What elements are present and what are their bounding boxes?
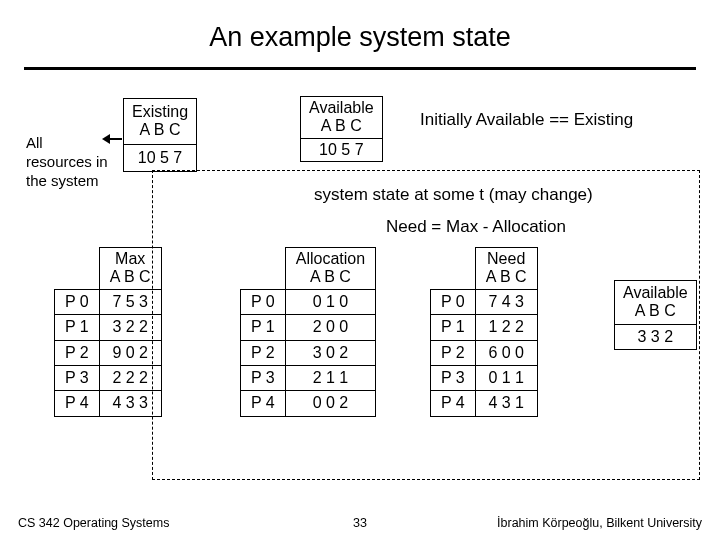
available-right-header: AvailableA B C xyxy=(615,281,697,325)
slide-title: An example system state xyxy=(0,0,720,53)
need-header: NeedA B C xyxy=(475,248,537,290)
table-row: P 32 2 2 xyxy=(55,365,162,390)
table-row: P 07 5 3 xyxy=(55,289,162,314)
available-right-value: 3 3 2 xyxy=(615,324,697,349)
available-top-value: 10 5 7 xyxy=(301,138,383,161)
table-row: P 40 0 2 xyxy=(241,391,376,416)
slide: An example system state All resources in… xyxy=(0,0,720,540)
existing-header: ExistingA B C xyxy=(124,99,197,145)
title-divider xyxy=(24,67,696,70)
note-initially: Initially Available == Existing xyxy=(420,110,633,130)
footer: CS 342 Operating Systems 33 İbrahim Körp… xyxy=(18,516,702,530)
table-row: P 07 4 3 xyxy=(431,289,538,314)
table-row: P 44 3 3 xyxy=(55,391,162,416)
max-header: MaxA B C xyxy=(99,248,161,290)
available-top-header: AvailableA B C xyxy=(301,97,383,139)
allocation-header: AllocationA B C xyxy=(285,248,375,290)
table-row: P 11 2 2 xyxy=(431,315,538,340)
existing-table: ExistingA B C 10 5 7 xyxy=(123,98,197,172)
table-row: P 30 1 1 xyxy=(431,365,538,390)
content-area: All resources in the system ExistingA B … xyxy=(16,92,704,496)
table-row: P 12 0 0 xyxy=(241,315,376,340)
allocation-table: AllocationA B C P 00 1 0 P 12 0 0 P 23 0… xyxy=(240,247,376,417)
footer-page: 33 xyxy=(353,516,367,530)
footer-left: CS 342 Operating Systems xyxy=(18,516,169,530)
existing-value: 10 5 7 xyxy=(124,144,197,171)
table-row: P 23 0 2 xyxy=(241,340,376,365)
table-row: P 13 2 2 xyxy=(55,315,162,340)
available-top-table: AvailableA B C 10 5 7 xyxy=(300,96,383,162)
arrow-icon xyxy=(104,138,122,140)
footer-right: İbrahim Körpeoğlu, Bilkent University xyxy=(497,516,702,530)
max-table: MaxA B C P 07 5 3 P 13 2 2 P 29 0 2 P 32… xyxy=(54,247,162,417)
table-row: P 29 0 2 xyxy=(55,340,162,365)
table-row: P 26 0 0 xyxy=(431,340,538,365)
note-state-at-t: system state at some t (may change) xyxy=(314,185,593,205)
table-row: P 32 1 1 xyxy=(241,365,376,390)
available-right-table: AvailableA B C 3 3 2 xyxy=(614,280,697,350)
note-need-formula: Need = Max - Allocation xyxy=(386,217,566,237)
all-resources-label: All resources in the system xyxy=(26,134,112,190)
table-row: P 44 3 1 xyxy=(431,391,538,416)
need-table: NeedA B C P 07 4 3 P 11 2 2 P 26 0 0 P 3… xyxy=(430,247,538,417)
table-row: P 00 1 0 xyxy=(241,289,376,314)
